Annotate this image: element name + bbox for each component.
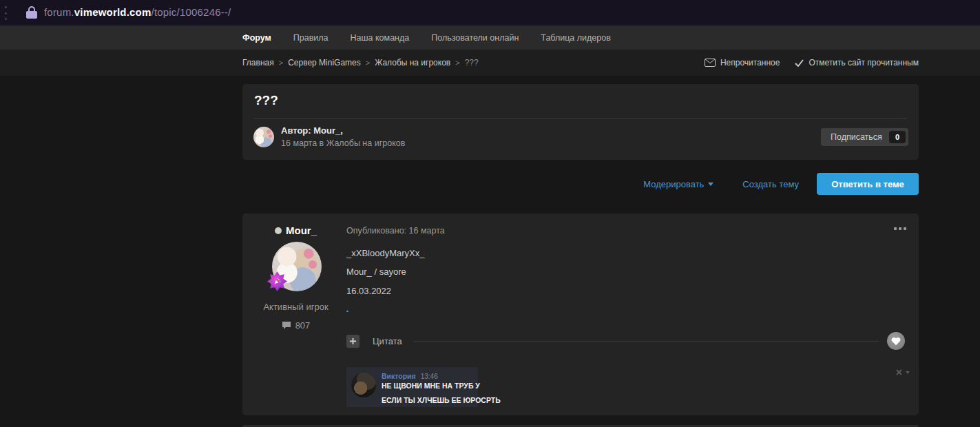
nav-item-online-users[interactable]: Пользователи онлайн [431, 33, 519, 43]
breadcrumb: Главная > Сервер MiniGames > Жалобы на и… [242, 50, 479, 76]
quote-row: Цитата [346, 334, 905, 348]
chat-sender-avatar [351, 373, 376, 397]
create-topic-link[interactable]: Создать тему [742, 179, 799, 189]
chat-message: ЕСЛИ ТЫ ХЛЧЕШЬ ЕЕ ЮРОСРТЬ [382, 396, 501, 404]
breadcrumb-separator: > [366, 59, 370, 67]
nav-item-leaderboard[interactable]: Таблица лидеров [541, 33, 611, 43]
chevron-down-icon [906, 371, 910, 374]
breadcrumb-server[interactable]: Сервер MiniGames [288, 58, 361, 67]
divider [413, 341, 879, 342]
breadcrumb-separator: > [279, 59, 283, 67]
url-path: /topic/1006246--/ [152, 6, 231, 18]
breadcrumb-section[interactable]: Жалобы на игроков [375, 58, 450, 67]
topic-author-avatar[interactable] [253, 127, 274, 147]
mark-site-read-label: Отметить сайт прочитанным [809, 58, 919, 67]
lock-icon[interactable] [26, 6, 37, 19]
post-author[interactable]: Mour_ [242, 225, 349, 236]
post-count: 807 [242, 320, 349, 331]
chat-sender-row: Виктория 13:46 [382, 372, 438, 380]
post-content-line: _xXBloodyMaryXx_ [346, 248, 424, 258]
embedded-chat-screenshot[interactable]: Виктория 13:46 НЕ ЩВОНИ МНЕ НА ТРУБ У ЕС… [346, 367, 478, 407]
post-author-name: Mour_ [286, 225, 317, 236]
nav-item-rules[interactable]: Правила [293, 33, 329, 43]
breadcrumb-actions: Непрочитанное Отметить сайт прочитанным [689, 50, 919, 76]
moderate-dropdown[interactable]: Модерировать [643, 179, 713, 189]
breadcrumb-bar: Главная > Сервер MiniGames > Жалобы на и… [0, 50, 980, 76]
party-popper-badge-icon[interactable] [267, 271, 287, 291]
breadcrumb-separator: > [455, 59, 459, 67]
topic-action-row: Модерировать Создать тему Ответить в тем… [643, 173, 919, 195]
member-rank: Активный игрок [242, 302, 349, 312]
chat-message: НЕ ЩВОНИ МНЕ НА ТРУБ У [382, 382, 480, 390]
post-card: Mour_ Активный игрок 807 Опубликовано: 1… [242, 214, 919, 415]
unread-link[interactable]: Непрочитанное [705, 58, 780, 67]
topic-title: ??? [254, 93, 278, 108]
online-status-dot [275, 227, 282, 234]
like-reaction-button[interactable] [887, 332, 905, 350]
envelope-icon [705, 59, 716, 67]
breadcrumb-home[interactable]: Главная [242, 58, 274, 67]
chat-message-time: 13:46 [421, 373, 438, 380]
nav-item-team[interactable]: Наша команда [351, 33, 410, 43]
plus-icon [349, 337, 357, 345]
topic-author-line[interactable]: Автор: Mour_, [281, 125, 405, 136]
post-content-line: 16.03.2022 [346, 286, 391, 296]
subscribe-button[interactable]: Подписаться 0 [821, 128, 908, 146]
browser-address-bar: forum.vimeworld.com/topic/1006246--/ [0, 0, 980, 25]
topic-header-card: ??? Автор: Mour_, 16 марта в Жалобы на и… [242, 84, 919, 160]
breadcrumb-current: ??? [465, 58, 479, 67]
post-options-button[interactable] [892, 227, 906, 230]
topic-author-meta: Автор: Mour_, 16 марта в Жалобы на игрок… [281, 125, 405, 148]
chat-sender-name: Виктория [382, 372, 416, 380]
post-content-line: Mour_ / sayore [346, 267, 406, 277]
party-popper-glyph [273, 277, 282, 286]
browser-menu-icon[interactable] [5, 6, 8, 20]
quote-button[interactable]: Цитата [373, 336, 402, 346]
published-label: Опубликовано: 16 марта [346, 226, 445, 236]
url-prefix: forum. [44, 6, 74, 18]
page: forum.vimeworld.com/topic/1006246--/ Фор… [0, 0, 980, 427]
attachment-controls[interactable] [896, 369, 910, 375]
post-count-value: 807 [295, 320, 311, 331]
post-content-link[interactable]: . [346, 304, 348, 312]
reply-button[interactable]: Ответить в теме [817, 173, 919, 195]
chevron-down-icon [708, 183, 713, 186]
subscribe-count-badge: 0 [889, 131, 906, 143]
nav-item-forum[interactable]: Форум [242, 33, 271, 43]
url-domain: vimeworld.com [74, 6, 152, 18]
site-nav: Форум Правила Наша команда Пользователи … [0, 25, 980, 50]
subscribe-label: Подписаться [831, 132, 882, 142]
multiquote-button[interactable] [346, 335, 359, 348]
mark-site-read-link[interactable]: Отметить сайт прочитанным [795, 58, 919, 67]
heart-icon [891, 337, 901, 346]
topic-date-line: 16 марта в Жалобы на игроков [281, 138, 405, 148]
moderate-label: Модерировать [643, 179, 704, 189]
check-icon [795, 59, 804, 67]
unread-label: Непрочитанное [720, 58, 780, 67]
speech-bubble-icon [282, 321, 291, 330]
url-text[interactable]: forum.vimeworld.com/topic/1006246--/ [44, 6, 231, 18]
divider [253, 118, 908, 119]
close-icon [896, 369, 902, 375]
